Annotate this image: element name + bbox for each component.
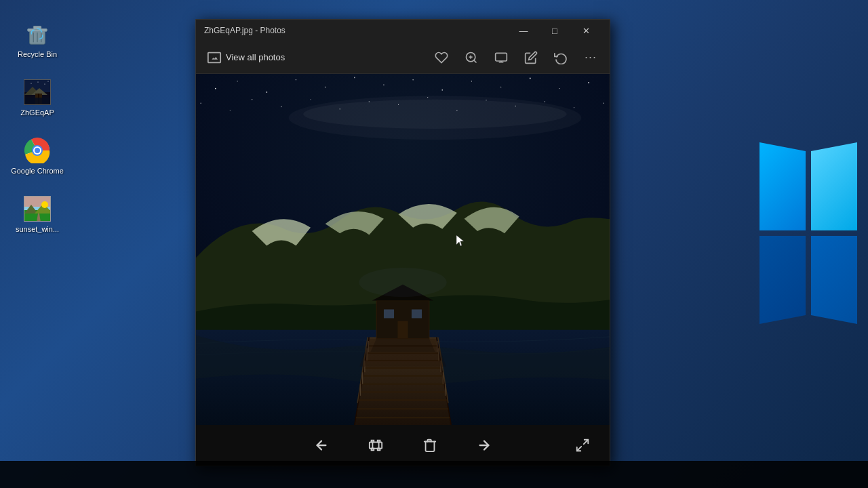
close-button[interactable]: ✕	[570, 20, 601, 41]
edit-button[interactable]	[517, 45, 545, 70]
svg-point-54	[281, 106, 282, 108]
taskbar	[0, 461, 868, 488]
svg-point-9	[38, 82, 39, 83]
zhgeqap-thumbnail	[24, 79, 51, 106]
svg-rect-100	[370, 442, 382, 448]
delete-button[interactable]	[416, 432, 443, 459]
svg-point-11	[48, 81, 49, 82]
svg-point-8	[31, 83, 32, 84]
svg-point-67	[303, 100, 567, 129]
svg-rect-16	[24, 98, 51, 105]
recycle-bin-image	[24, 20, 51, 47]
svg-line-108	[584, 440, 588, 444]
windows-logo	[760, 142, 868, 346]
recycle-bin-icon[interactable]: Recycle Bin	[10, 20, 64, 58]
toolbar: View all photos	[196, 41, 610, 74]
svg-rect-95	[384, 309, 394, 318]
svg-point-47	[530, 78, 531, 79]
view-all-label: View all photos	[226, 52, 285, 62]
sunset-label: sunset_win...	[16, 225, 59, 233]
svg-point-64	[574, 107, 574, 108]
svg-point-37	[237, 81, 237, 81]
svg-point-38	[266, 92, 267, 93]
chrome-label: Google Chrome	[11, 167, 64, 175]
svg-rect-97	[397, 321, 408, 339]
photos-window: ZhGEqAP.jpg - Photos — □ ✕ View all phot…	[195, 19, 610, 466]
svg-point-55	[310, 99, 311, 100]
svg-point-45	[471, 81, 472, 81]
svg-point-44	[441, 89, 443, 91]
svg-rect-106	[378, 449, 380, 451]
svg-point-48	[559, 88, 559, 89]
chrome-image	[24, 137, 51, 164]
svg-point-10	[45, 84, 45, 85]
chrome-icon[interactable]: Google Chrome	[10, 137, 64, 175]
minimize-button[interactable]: —	[508, 20, 539, 41]
svg-rect-103	[372, 441, 374, 443]
svg-point-51	[200, 102, 201, 104]
filmstrip-button[interactable]	[362, 432, 389, 459]
svg-line-109	[577, 447, 581, 451]
rotate-button[interactable]	[547, 45, 574, 70]
svg-point-41	[354, 77, 355, 79]
svg-line-29	[474, 60, 477, 62]
svg-point-36	[215, 88, 216, 89]
svg-point-63	[545, 101, 546, 102]
svg-point-26	[41, 201, 48, 208]
bottom-bar	[196, 425, 610, 466]
svg-point-49	[588, 82, 589, 83]
svg-point-65	[603, 103, 604, 104]
view-all-photos-button[interactable]: View all photos	[201, 47, 290, 68]
svg-rect-104	[378, 441, 380, 443]
title-bar: ZhGEqAP.jpg - Photos — □ ✕	[196, 20, 610, 41]
photo-display-area	[196, 74, 610, 425]
svg-point-52	[230, 110, 231, 110]
svg-point-39	[296, 79, 296, 80]
toolbar-actions: ···	[428, 45, 604, 70]
svg-point-20	[35, 148, 40, 153]
sunset-thumbnail	[24, 195, 51, 222]
svg-point-40	[325, 87, 326, 88]
expand-button[interactable]	[569, 432, 596, 459]
title-bar-controls: — □ ✕	[508, 20, 601, 41]
recycle-bin-label: Recycle Bin	[18, 50, 57, 58]
desktop-icons-container: Recycle Bin	[0, 14, 75, 240]
svg-point-98	[359, 268, 447, 297]
zoom-button[interactable]	[458, 45, 485, 70]
svg-rect-96	[412, 309, 422, 318]
more-options-button[interactable]: ···	[577, 45, 604, 70]
svg-point-46	[500, 87, 502, 88]
zhgeqap-file-icon[interactable]: ZhGEqAP	[10, 79, 64, 117]
back-button[interactable]	[308, 432, 335, 459]
maximize-button[interactable]: □	[539, 20, 570, 41]
svg-point-43	[412, 79, 414, 81]
svg-point-42	[383, 85, 384, 85]
slideshow-button[interactable]	[488, 45, 515, 70]
sunset-win-icon[interactable]: sunset_win...	[10, 195, 64, 233]
window-title: ZhGEqAP.jpg - Photos	[204, 26, 508, 35]
desktop: Recycle Bin	[0, 0, 868, 488]
svg-rect-105	[372, 449, 374, 451]
svg-rect-32	[496, 53, 507, 61]
forward-button[interactable]	[471, 432, 498, 459]
favorite-button[interactable]	[428, 45, 455, 70]
svg-point-53	[252, 99, 252, 100]
zhgeqap-label: ZhGEqAP	[20, 108, 54, 117]
